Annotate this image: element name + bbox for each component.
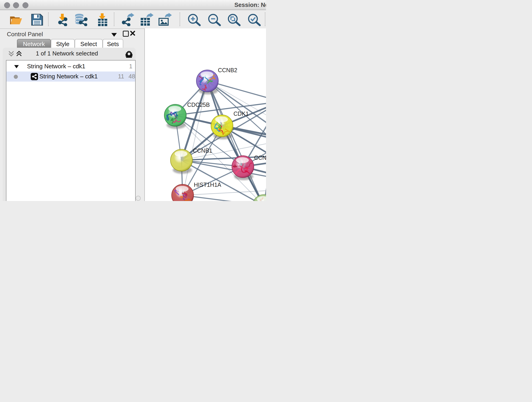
svg-text:CCNB2: CCNB2: [218, 67, 237, 73]
svg-text:HIST1H1A: HIST1H1A: [194, 182, 221, 188]
svg-text:CDK1: CDK1: [234, 110, 249, 117]
svg-text:CCNB1: CCNB1: [193, 147, 212, 154]
svg-text:CCNA2: CCNA2: [254, 154, 266, 161]
svg-text:CDC25B: CDC25B: [187, 102, 210, 108]
